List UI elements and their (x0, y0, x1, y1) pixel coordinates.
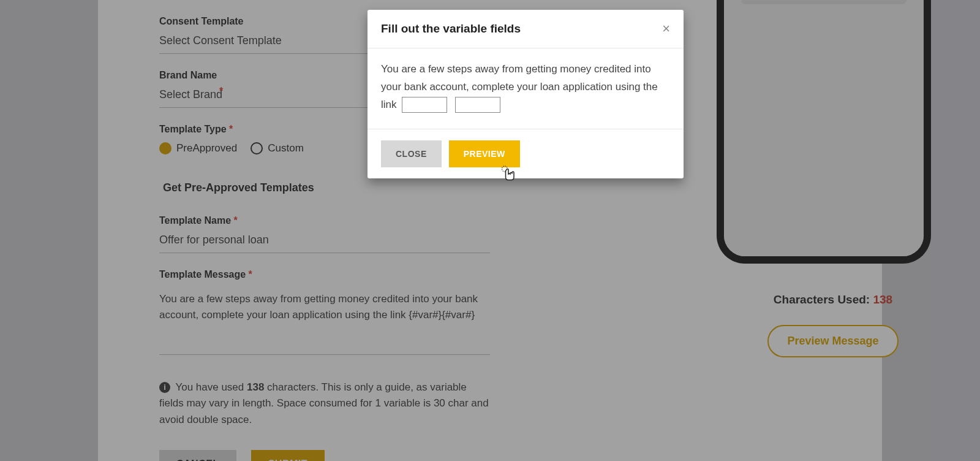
modal-close-button[interactable]: CLOSE (381, 140, 442, 167)
variable-fields-modal: Fill out the variable fields × You are a… (368, 10, 684, 178)
variable-input-1[interactable] (402, 97, 447, 113)
modal-header: Fill out the variable fields × (368, 10, 684, 48)
modal-footer: CLOSE PREVIEW (368, 129, 684, 178)
modal-title: Fill out the variable fields (381, 22, 521, 36)
variable-input-2[interactable] (455, 97, 500, 113)
close-icon[interactable]: × (662, 22, 670, 36)
modal-preview-button[interactable]: PREVIEW (449, 140, 520, 167)
modal-body: You are a few steps away from getting mo… (368, 48, 684, 129)
